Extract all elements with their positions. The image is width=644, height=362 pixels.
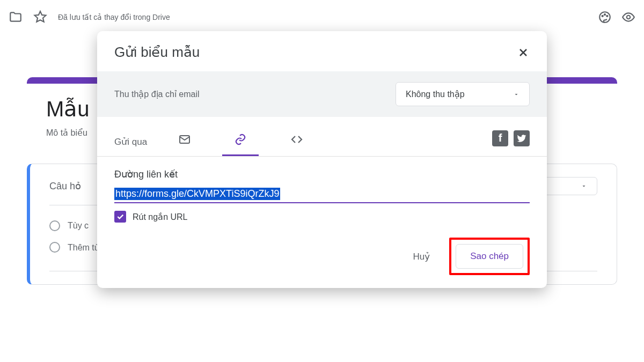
share-facebook-button[interactable]: f bbox=[492, 130, 508, 146]
copy-button[interactable]: Sao chép bbox=[456, 244, 523, 269]
link-section-label: Đường liên kết bbox=[114, 168, 530, 180]
shorten-url-checkbox[interactable] bbox=[114, 211, 126, 223]
modal-title: Gửi biểu mẫu bbox=[114, 44, 200, 61]
shorten-url-label: Rút ngắn URL bbox=[133, 212, 188, 222]
share-twitter-button[interactable] bbox=[514, 130, 530, 146]
link-input[interactable]: https://forms.gle/CkVMPXTiS9iQrZkJ9 bbox=[114, 188, 530, 203]
chevron-down-icon bbox=[513, 91, 519, 98]
collect-email-row: Thu thập địa chỉ email Không thu thập bbox=[97, 71, 547, 117]
collect-email-value: Không thu thập bbox=[406, 89, 465, 99]
send-via-label: Gửi qua bbox=[114, 136, 147, 147]
collect-email-select[interactable]: Không thu thập bbox=[396, 82, 530, 106]
tab-link[interactable] bbox=[222, 128, 259, 156]
collect-email-label: Thu thập địa chỉ email bbox=[114, 89, 200, 99]
tab-email[interactable] bbox=[166, 128, 203, 156]
send-form-modal: Gửi biểu mẫu Thu thập địa chỉ email Khôn… bbox=[97, 31, 547, 288]
tab-embed[interactable] bbox=[278, 128, 316, 156]
cancel-button[interactable]: Huỷ bbox=[404, 246, 438, 268]
copy-button-highlight: Sao chép bbox=[449, 238, 530, 275]
close-icon[interactable] bbox=[517, 46, 530, 59]
send-via-row: Gửi qua f bbox=[97, 117, 547, 157]
link-input-value: https://forms.gle/CkVMPXTiS9iQrZkJ9 bbox=[114, 188, 280, 200]
